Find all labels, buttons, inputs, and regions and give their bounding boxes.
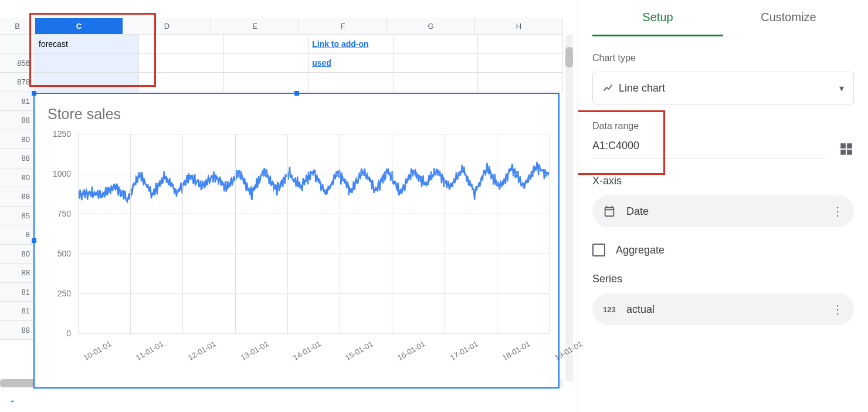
resize-handle[interactable] [32,91,36,96]
cell[interactable] [224,54,309,73]
resize-handle[interactable] [294,91,299,96]
row-num[interactable]: 81 [0,92,35,112]
chart-plot: 025050075010001250 10-01-0111-01-0112-01… [48,134,549,374]
cell[interactable] [394,73,479,92]
xaxis-label: X-axis [592,175,854,187]
tab-setup[interactable]: Setup [592,11,723,36]
row-num[interactable]: 81 [0,302,35,321]
annotation-box-range [578,110,665,175]
row-num[interactable]: 88 [0,264,35,283]
row-num[interactable]: 88 [0,187,35,207]
chart-type-label: Chart type [592,53,854,63]
more-icon[interactable]: ⋮ [832,204,843,218]
number-icon: 123 [603,305,626,314]
select-range-icon[interactable] [839,141,854,157]
row-num[interactable]: 80 [0,168,35,188]
aggregate-label: Aggregate [616,244,664,256]
sheet-tab-menu[interactable] [0,391,25,412]
calendar-icon [603,205,626,218]
series-value: actual [626,303,832,316]
row-num[interactable]: 81 [0,283,35,302]
series-field[interactable]: 123 actual ⋮ [592,293,854,325]
chart-title: Store sales [35,94,558,123]
spreadsheet-panel: B C D E F G H 856 878 81 88 80 88 80 88 … [0,0,578,412]
tab-customize[interactable]: Customize [723,11,854,36]
line-chart-icon [602,82,619,94]
xaxis-value: Date [626,205,832,218]
vertical-scrollbar[interactable] [565,35,573,381]
col-header-H[interactable]: H [475,18,563,35]
row-num[interactable]: 85 [0,207,35,226]
cell[interactable] [394,35,479,53]
cell[interactable] [308,54,394,73]
cell[interactable] [224,35,309,53]
chevron-down-icon: ▾ [839,83,844,94]
row-num[interactable]: 88 [0,321,35,340]
row-num[interactable]: 88 [0,149,35,168]
series-label: Series [592,273,854,285]
addon-link[interactable]: Link to add-on used [308,35,394,53]
cell[interactable] [394,54,479,73]
scrollbar-thumb[interactable] [565,47,573,67]
more-icon[interactable]: ⋮ [832,302,843,316]
row-num[interactable]: 80 [0,245,35,264]
col-header-F[interactable]: F [299,18,387,35]
cell[interactable] [478,54,563,73]
cell[interactable] [224,73,309,92]
cell[interactable] [308,73,394,92]
xaxis-field[interactable]: Date ⋮ [592,195,854,227]
row-num[interactable]: 80 [0,130,35,150]
chart-type-select[interactable]: Line chart ▾ [592,72,854,104]
annotation-box-column [29,13,156,87]
col-header-G[interactable]: G [387,18,475,35]
chart-editor-panel: Setup Customize Chart type Line chart ▾ … [578,0,868,412]
row-num[interactable]: 88 [0,111,35,130]
chart-object[interactable]: Store sales 025050075010001250 10-01-011… [33,93,560,389]
chevron-down-icon [8,397,16,406]
resize-handle[interactable] [32,238,36,243]
col-header-E[interactable]: E [211,18,299,35]
editor-tabs: Setup Customize [592,0,854,36]
cell[interactable] [478,35,563,53]
chart-type-value: Line chart [619,82,839,94]
cell[interactable] [478,73,563,92]
row-num[interactable]: 8 [0,225,35,245]
aggregate-checkbox[interactable] [592,244,605,256]
